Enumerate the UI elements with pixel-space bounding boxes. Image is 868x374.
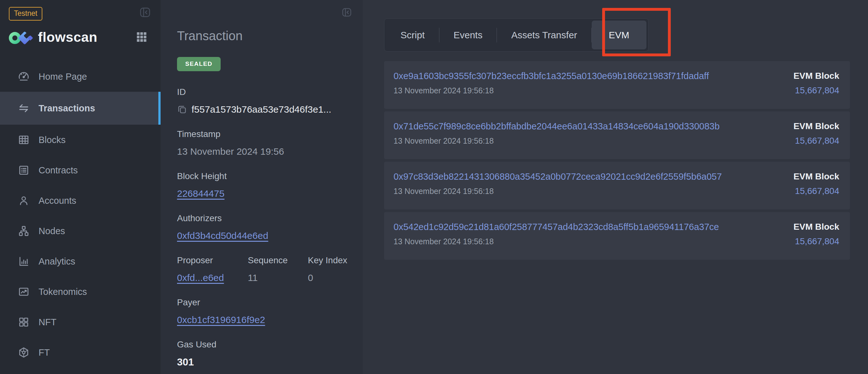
evm-tx-timestamp: 13 November 2024 19:56:18 [394, 135, 720, 146]
evm-transaction-row: 0x542ed1c92d59c21d81a60f258777457ad4b232… [384, 212, 850, 260]
gauge-icon [18, 70, 30, 83]
apps-grid-icon [135, 31, 148, 44]
sidebar-collapse-button[interactable] [139, 6, 151, 18]
evm-block-number-link[interactable]: 15,667,804 [794, 135, 839, 146]
gas-used-value: 301 [177, 355, 363, 369]
field-payer: Payer 0xcb1cf3196916f9e2 [177, 296, 363, 327]
field-label: Proposer [177, 254, 248, 267]
evm-block-number-link[interactable]: 15,667,804 [794, 185, 839, 197]
apps-grid-button[interactable] [135, 31, 148, 44]
bar-chart-icon [18, 255, 30, 267]
sidebar-item-label: Tokenomics [38, 287, 87, 297]
evm-tx-timestamp: 13 November 2024 19:56:18 [394, 236, 719, 247]
sidebar-item-label: Contracts [38, 165, 78, 176]
field-authorizers: Authorizers 0xfd3b4cd50d44e6ed [177, 212, 363, 243]
field-label: Sequence [248, 254, 308, 267]
sidebar-item-label: Analytics [38, 256, 75, 267]
copy-icon[interactable] [177, 105, 187, 115]
field-proposer-row: Proposer 0xfd...e6ed Sequence 11 Key Ind… [177, 254, 363, 285]
sidebar-item-label: Blocks [38, 135, 65, 145]
field-label: Timestamp [177, 128, 363, 141]
evm-block-number-link[interactable]: 15,667,804 [794, 236, 839, 247]
line-chart-icon [18, 286, 30, 298]
sidebar-item-transactions[interactable]: Transactions [0, 92, 161, 125]
evm-block-label: EVM Block [794, 120, 839, 133]
transaction-content-panel: Script Events Assets Transfer EVM 0xe9a1… [363, 0, 868, 374]
page-title: Transaction [177, 28, 363, 44]
transaction-detail-panel: Transaction SEALED ID f557a1573b76aa53e7… [161, 0, 363, 374]
cube-icon [18, 346, 30, 358]
grid-table-icon [18, 134, 30, 146]
evm-tx-timestamp: 13 November 2024 19:56:18 [394, 85, 709, 96]
sidebar-item-nft[interactable]: NFT [0, 307, 161, 337]
transaction-fields: ID f557a1573b76aa53e73d46f3e1... Timesta… [177, 86, 363, 369]
sidebar-item-label: Accounts [38, 196, 76, 206]
tab-script[interactable]: Script [386, 21, 439, 49]
field-label: Authorizers [177, 212, 363, 225]
evm-block-label: EVM Block [794, 170, 839, 183]
field-label: Key Index [308, 254, 347, 267]
payer-link[interactable]: 0xcb1cf3196916f9e2 [177, 315, 265, 325]
field-label: Payer [177, 296, 363, 309]
evm-block-number-link[interactable]: 15,667,804 [794, 85, 839, 96]
key-index-value: 0 [308, 270, 347, 285]
evm-transaction-row: 0x71de55c7f989c8ce6bb2bffabdbe2044ee6a01… [384, 111, 850, 159]
evm-block-label: EVM Block [794, 69, 839, 82]
field-id: ID f557a1573b76aa53e73d46f3e1... [177, 86, 363, 117]
sidebar: Testnet flowscan [0, 0, 161, 374]
tab-events[interactable]: Events [439, 21, 497, 49]
block-height-link[interactable]: 226844475 [177, 188, 224, 199]
sequence-value: 11 [248, 270, 308, 285]
field-label: Gas Used [177, 338, 363, 351]
sidebar-item-blocks[interactable]: Blocks [0, 125, 161, 155]
field-label: ID [177, 86, 363, 98]
person-icon [18, 195, 30, 207]
brand-row: flowscan [0, 27, 161, 48]
sidebar-item-home-page[interactable]: Home Page [0, 61, 161, 92]
status-badge: SEALED [177, 57, 221, 71]
nft-squares-icon [18, 316, 30, 328]
evm-tx-hash-link[interactable]: 0x542ed1c92d59c21d81a60f258777457ad4b232… [394, 221, 719, 233]
proposer-link[interactable]: 0xfd...e6ed [177, 272, 224, 283]
evm-transaction-row: 0x97c83d3eb8221431306880a35452a0b0772cec… [384, 162, 850, 209]
evm-block-label: EVM Block [794, 221, 839, 233]
evm-tx-hash-link[interactable]: 0x71de55c7f989c8ce6bb2bffabdbe2044ee6a01… [394, 120, 720, 133]
sidebar-item-ft[interactable]: FT [0, 337, 161, 368]
network-icon [18, 225, 30, 237]
transaction-id-value: f557a1573b76aa53e73d46f3e1... [191, 102, 331, 117]
sidebar-item-label: NFT [38, 317, 56, 327]
sidebar-item-nodes[interactable]: Nodes [0, 216, 161, 246]
evm-tx-hash-link[interactable]: 0xe9a1603bc9355fc307b23eccfb3bfc1a3255a0… [394, 69, 709, 82]
document-list-icon [18, 164, 30, 176]
sidebar-item-label: Home Page [38, 71, 87, 82]
field-timestamp: Timestamp 13 November 2024 19:56 [177, 128, 363, 159]
sidebar-nav: Home Page Transactions Blocks Contract [0, 61, 161, 368]
sidebar-item-accounts[interactable]: Accounts [0, 185, 161, 216]
sidebar-item-label: FT [38, 347, 50, 358]
sidebar-item-label: Nodes [38, 226, 65, 236]
sidebar-item-analytics[interactable]: Analytics [0, 246, 161, 277]
sidebar-item-tokenomics[interactable]: Tokenomics [0, 277, 161, 307]
panel-collapse-button[interactable] [341, 7, 352, 18]
field-block-height: Block Height 226844475 [177, 170, 363, 201]
timestamp-value: 13 November 2024 19:56 [177, 144, 363, 159]
evm-tx-timestamp: 13 November 2024 19:56:18 [394, 185, 722, 197]
tab-bar: Script Events Assets Transfer EVM [384, 18, 649, 52]
collapse-panel-icon [341, 7, 352, 18]
network-badge: Testnet [9, 7, 42, 21]
sidebar-item-label: Transactions [38, 103, 95, 114]
evm-transaction-list: 0xe9a1603bc9355fc307b23eccfb3bfc1a3255a0… [384, 61, 850, 260]
field-label: Block Height [177, 170, 363, 182]
sidebar-item-contracts[interactable]: Contracts [0, 155, 161, 185]
collapse-panel-icon [139, 6, 151, 18]
evm-transaction-row: 0xe9a1603bc9355fc307b23eccfb3bfc1a3255a0… [384, 61, 850, 109]
flowscan-logo-icon[interactable] [8, 27, 33, 47]
authorizer-link[interactable]: 0xfd3b4cd50d44e6ed [177, 230, 268, 241]
tab-assets-transfer[interactable]: Assets Transfer [497, 21, 591, 49]
transfer-arrows-icon [18, 102, 30, 114]
brand-name[interactable]: flowscan [38, 29, 97, 45]
tab-evm[interactable]: EVM [592, 21, 646, 49]
field-gas-used: Gas Used 301 [177, 338, 363, 369]
evm-tx-hash-link[interactable]: 0x97c83d3eb8221431306880a35452a0b0772cec… [394, 170, 722, 183]
